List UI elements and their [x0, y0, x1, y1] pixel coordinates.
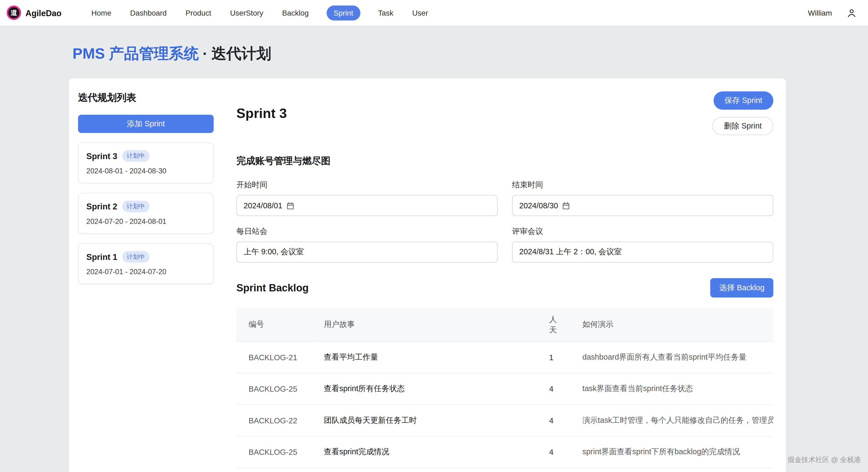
end-date-value: 2024/08/30: [519, 201, 558, 210]
main-nav: Home Dashboard Product UserStory Backlog…: [90, 5, 429, 21]
col-header-story: 用户故事: [312, 308, 537, 342]
page-title: PMS 产品管理系统·迭代计划: [72, 44, 868, 64]
stage: 道 AgileDao Home Dashboard Product UserSt…: [0, 0, 868, 472]
cell-id: BACKLOG-25: [236, 436, 312, 468]
daily-standup-field: 每日站会 上午 9:00, 会议室: [236, 216, 498, 263]
daily-standup-label: 每日站会: [236, 227, 498, 237]
start-date-label: 开始时间: [236, 180, 498, 190]
cell-days: 4: [537, 373, 570, 405]
watermark: 掘金技术社区 @ 全栈港: [788, 455, 861, 465]
sprint-list-panel: 迭代规划列表 添加 Sprint Sprint 3 计划中 2024-08-01…: [69, 78, 223, 472]
cell-story: 查看平均工作量: [312, 342, 537, 373]
backlog-section-header: Sprint Backlog 选择 Backlog: [236, 278, 773, 298]
nav-item-user[interactable]: User: [411, 5, 429, 21]
cell-days: 1: [537, 342, 570, 373]
review-meeting-input[interactable]: 2024/8/31 上午 2：00, 会议室: [512, 242, 773, 263]
table-row[interactable]: BACKLOG-25 查看sprint完成情况 4 sprint界面查看spri…: [236, 436, 773, 468]
sprint-list-title: 迭代规划列表: [78, 91, 214, 104]
brand[interactable]: 道 AgileDao: [7, 6, 62, 20]
page-title-secondary: 迭代计划: [211, 46, 271, 62]
sprint-list-item-2[interactable]: Sprint 2 计划中 2024-07-20 - 2024-08-01: [78, 193, 214, 234]
nav-item-task[interactable]: Task: [377, 5, 395, 21]
nav-item-dashboard[interactable]: Dashboard: [129, 5, 167, 21]
save-sprint-button[interactable]: 保存 Sprint: [713, 91, 773, 110]
cell-story: 团队成员每天更新任务工时: [312, 405, 537, 436]
sprint-list-item-1[interactable]: Sprint 1 计划中 2024-07-01 - 2024-07-20: [78, 243, 214, 285]
start-date-value: 2024/08/01: [244, 201, 282, 210]
nav-right: William: [808, 7, 859, 18]
col-header-demo: 如何演示: [570, 308, 773, 342]
review-meeting-value: 2024/8/31 上午 2：00, 会议室: [519, 247, 622, 257]
status-badge: 计划中: [122, 201, 149, 212]
status-badge: 计划中: [122, 251, 149, 263]
cell-id: BACKLOG-21: [236, 342, 312, 373]
delete-sprint-button[interactable]: 删除 Sprint: [712, 117, 773, 135]
sprint-item-head: Sprint 2 计划中: [87, 201, 206, 212]
page-title-separator: ·: [203, 46, 208, 62]
nav-item-backlog[interactable]: Backlog: [281, 5, 310, 21]
sprint-goal: 完成账号管理与燃尽图: [236, 154, 773, 167]
sprint-item-name: Sprint 1: [87, 252, 117, 262]
sprint-detail-header: Sprint 3 保存 Sprint 删除 Sprint: [236, 91, 773, 135]
cell-id: BACKLOG-25: [236, 373, 312, 405]
sprint-item-head: Sprint 1 计划中: [87, 251, 206, 263]
logo-icon: 道: [7, 6, 21, 20]
col-header-id: 编号: [236, 308, 312, 342]
top-navbar: 道 AgileDao Home Dashboard Product UserSt…: [0, 0, 868, 26]
backlog-table-header-row: 编号 用户故事 人天 如何演示: [236, 308, 773, 342]
main-card: 迭代规划列表 添加 Sprint Sprint 3 计划中 2024-08-01…: [69, 78, 786, 472]
cell-days: 4: [537, 405, 570, 436]
table-row[interactable]: BACKLOG-22 团队成员每天更新任务工时 4 演示task工时管理，每个人…: [236, 405, 773, 436]
nav-item-product[interactable]: Product: [185, 5, 212, 21]
add-sprint-button[interactable]: 添加 Sprint: [78, 115, 214, 133]
nav-item-home[interactable]: Home: [90, 5, 112, 21]
daily-standup-input[interactable]: 上午 9:00, 会议室: [236, 242, 498, 263]
end-date-field: 结束时间 2024/08/30: [512, 170, 773, 216]
sprint-item-dates: 2024-07-20 - 2024-08-01: [87, 217, 206, 226]
sprint-item-head: Sprint 3 计划中: [87, 150, 206, 162]
username[interactable]: William: [808, 9, 832, 17]
cell-demo: dashboard界面所有人查看当前sprint平均任务量: [570, 342, 773, 373]
end-date-label: 结束时间: [512, 180, 773, 190]
app: 道 AgileDao Home Dashboard Product UserSt…: [0, 0, 868, 472]
cell-days: 4: [537, 436, 570, 468]
col-header-days: 人天: [537, 308, 570, 342]
select-backlog-button[interactable]: 选择 Backlog: [710, 278, 773, 298]
daily-standup-value: 上午 9:00, 会议室: [244, 247, 304, 257]
cell-demo: 演示task工时管理，每个人只能修改自己的任务，管理员可: [570, 405, 773, 436]
user-icon[interactable]: [846, 7, 857, 18]
end-date-input[interactable]: 2024/08/30: [512, 195, 773, 216]
sprint-list-item-3[interactable]: Sprint 3 计划中 2024-08-01 - 2024-08-30: [78, 143, 214, 184]
review-meeting-label: 评审会议: [512, 227, 773, 237]
cell-id: BACKLOG-22: [236, 405, 312, 436]
table-row[interactable]: BACKLOG-25 查看sprint所有任务状态 4 task界面查看当前sp…: [236, 373, 773, 405]
backlog-table: 编号 用户故事 人天 如何演示 BACKLOG-21 查看平均工作量 1 das…: [236, 308, 773, 468]
sprint-item-name: Sprint 2: [87, 202, 117, 211]
cell-story: 查看sprint完成情况: [312, 436, 537, 468]
logo-char: 道: [10, 8, 17, 18]
nav-item-sprint[interactable]: Sprint: [326, 5, 360, 21]
sprint-detail-title: Sprint 3: [236, 106, 287, 121]
review-meeting-field: 评审会议 2024/8/31 上午 2：00, 会议室: [512, 216, 773, 263]
calendar-icon: [286, 201, 294, 210]
start-date-input[interactable]: 2024/08/01: [236, 195, 498, 216]
sprint-form: 开始时间 2024/08/01 结束时间 2024/08/30: [236, 170, 773, 263]
sprint-item-dates: 2024-07-01 - 2024-07-20: [87, 268, 206, 276]
cell-demo: task界面查看当前sprint任务状态: [570, 373, 773, 405]
sprint-item-name: Sprint 3: [87, 151, 117, 161]
cell-story: 查看sprint所有任务状态: [312, 373, 537, 405]
brand-name: AgileDao: [26, 8, 62, 18]
nav-item-userstory[interactable]: UserStory: [229, 5, 265, 21]
sprint-action-buttons: 保存 Sprint 删除 Sprint: [712, 91, 773, 135]
cell-demo: sprint界面查看sprint下所有backlog的完成情况: [570, 436, 773, 468]
sprint-item-dates: 2024-08-01 - 2024-08-30: [87, 167, 206, 175]
calendar-icon: [562, 201, 570, 210]
table-row[interactable]: BACKLOG-21 查看平均工作量 1 dashboard界面所有人查看当前s…: [236, 342, 773, 373]
sprint-detail-panel: Sprint 3 保存 Sprint 删除 Sprint 完成账号管理与燃尽图 …: [223, 78, 786, 472]
status-badge: 计划中: [122, 150, 149, 162]
page-title-primary: PMS 产品管理系统: [72, 46, 199, 62]
start-date-field: 开始时间 2024/08/01: [236, 170, 498, 216]
backlog-section-title: Sprint Backlog: [236, 282, 309, 294]
